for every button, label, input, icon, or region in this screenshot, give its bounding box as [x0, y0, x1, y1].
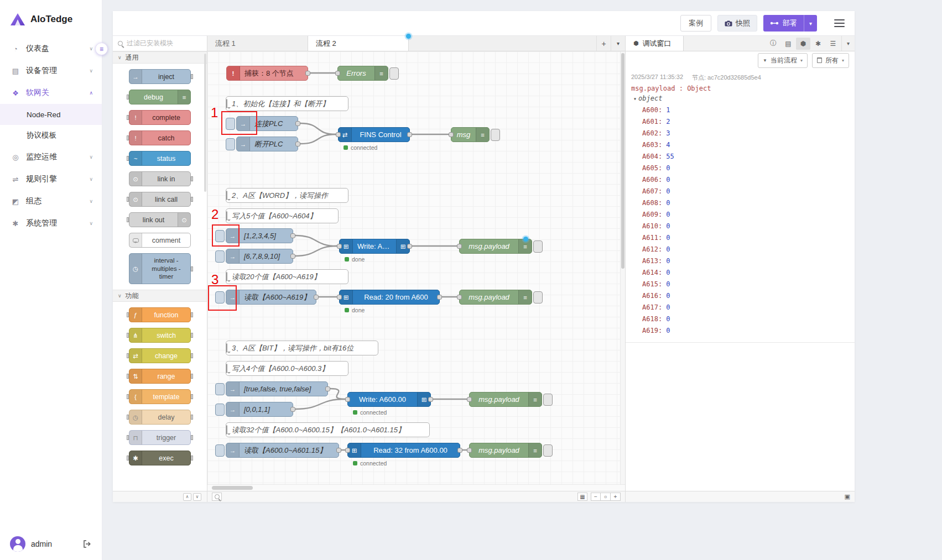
object-entry-row[interactable]: A607: 0	[626, 186, 855, 197]
logout-icon[interactable]	[83, 540, 92, 548]
sidebar-item-system[interactable]: ✱系统管理∨	[0, 212, 102, 234]
comment-node[interactable]: 写入4个值【A600.0~A600.3】	[226, 361, 348, 376]
object-entry-row[interactable]: A605: 0	[626, 163, 855, 174]
config-icon[interactable]: ✱	[811, 38, 825, 50]
input-port[interactable]	[449, 132, 454, 137]
input-port[interactable]	[467, 448, 472, 453]
palette-expand-all-icon[interactable]: ∨	[193, 493, 201, 501]
sidebar-item-rules[interactable]: ⇌规则引擎∨	[0, 168, 102, 190]
palette-node-function[interactable]: ƒfunction	[129, 307, 191, 322]
debug-filter-button[interactable]: ▼ 当前流程 ▾	[758, 53, 808, 68]
comment-node[interactable]: 1、初始化【连接】和【断开】	[226, 96, 348, 111]
wire[interactable]	[300, 123, 336, 134]
zoom-out-button[interactable]: −	[591, 493, 601, 501]
debug-toggle-button[interactable]	[491, 129, 500, 141]
object-entry-row[interactable]: A616: 0	[626, 290, 855, 302]
inject-button[interactable]	[215, 250, 225, 263]
wire[interactable]	[295, 399, 345, 409]
output-port[interactable]	[295, 121, 300, 126]
comment-node[interactable]: 2、A区【WORD】，读写操作	[226, 188, 348, 203]
examples-button[interactable]: 案例	[680, 15, 711, 32]
output-port[interactable]	[314, 295, 319, 300]
object-entry-row[interactable]: A608: 0	[626, 197, 855, 209]
output-port[interactable]	[407, 132, 412, 137]
palette-node-change[interactable]: ⇄change	[129, 348, 191, 363]
palette-node-template[interactable]: {template	[129, 389, 191, 404]
object-entry-row[interactable]: A612: 0	[626, 244, 855, 255]
inject-button[interactable]	[226, 118, 235, 130]
inject-node[interactable]: →[6,7,8,9,10]	[226, 249, 293, 264]
object-entry-row[interactable]: A604: 55	[626, 151, 855, 163]
object-entry-row[interactable]: A611: 0	[626, 232, 855, 244]
flow-tab-2[interactable]: 流程 2	[308, 36, 409, 51]
palette-node-interval-multiples-timer[interactable]: ◷interval - multiples - timer	[129, 253, 191, 284]
object-entry-row[interactable]: A617: 0	[626, 302, 855, 313]
output-port[interactable]	[290, 233, 295, 238]
input-port[interactable]	[467, 397, 472, 402]
wire[interactable]	[295, 246, 337, 256]
inject-node[interactable]: →连接PLC	[236, 116, 298, 131]
output-port[interactable]	[437, 295, 442, 300]
palette-scrollbar[interactable]	[204, 51, 207, 491]
debug-tab[interactable]: ⬢ 调试窗口	[626, 36, 684, 51]
zoom-reset-button[interactable]: ○	[601, 493, 611, 501]
object-entry-row[interactable]: A610: 0	[626, 221, 855, 232]
proc-node[interactable]: ⊞Read: 20 from A600done	[339, 290, 440, 305]
canvas-vertical-scrollbar[interactable]	[620, 51, 625, 484]
debug-icon[interactable]: ⬢	[796, 38, 810, 50]
palette-search-input[interactable]: 过滤已安装模块	[113, 36, 207, 51]
inject-button[interactable]	[215, 404, 225, 416]
menu-icon[interactable]	[833, 17, 846, 30]
inject-button[interactable]	[226, 138, 235, 150]
inject-node[interactable]: →读取【A600~A619】	[226, 290, 316, 305]
output-port[interactable]	[336, 448, 341, 453]
input-port[interactable]	[345, 397, 350, 402]
output-port[interactable]	[290, 254, 295, 259]
object-entry-row[interactable]: A619: 0	[626, 325, 855, 337]
input-port[interactable]	[457, 244, 462, 249]
object-entry-row[interactable]: A600: 1	[626, 104, 855, 116]
input-port[interactable]	[337, 295, 342, 300]
zoom-in-button[interactable]: +	[611, 493, 621, 501]
catch-node[interactable]: !捕获：8 个节点	[226, 66, 308, 81]
sidebar-options-caret[interactable]: ▾	[841, 36, 855, 51]
palette-node-link-call[interactable]: ⊙link call	[129, 192, 191, 207]
comment-node[interactable]: 3、A区【BIT】，读写操作，bit有16位	[226, 341, 378, 355]
navigator-icon[interactable]: ▦	[577, 493, 587, 501]
debug-node[interactable]: msg.payload≡	[459, 290, 532, 305]
sidebar-item-devices[interactable]: ▤设备管理∨	[0, 60, 102, 82]
object-entry-row[interactable]: A602: 3	[626, 128, 855, 139]
input-port[interactable]	[345, 448, 350, 453]
palette-node-range[interactable]: ⇅range	[129, 369, 191, 384]
add-flow-button[interactable]: +	[596, 36, 611, 51]
object-entry-row[interactable]: A609: 0	[626, 209, 855, 221]
debug-node[interactable]: msg≡	[451, 127, 490, 142]
palette-node-status[interactable]: ~status	[129, 151, 191, 166]
debug-node[interactable]: msg.payload≡	[459, 239, 532, 254]
debug-toggle-button[interactable]	[533, 291, 543, 303]
wire[interactable]	[330, 389, 345, 399]
proc-node[interactable]: ⊞Write: A600⊞done	[339, 239, 410, 254]
inject-node[interactable]: →[0,0,1,1]	[226, 402, 293, 417]
sidebar-item-gateway[interactable]: ❖软网关∧	[0, 82, 102, 104]
inject-node[interactable]: →断开PLC	[236, 137, 298, 151]
object-entry-row[interactable]: A603: 4	[626, 139, 855, 151]
debug-node[interactable]: msg.payload≡	[469, 392, 542, 407]
wire[interactable]	[295, 235, 337, 246]
palette-node-link-out[interactable]: link out⊙	[129, 212, 191, 227]
object-entry-row[interactable]: A606: 0	[626, 174, 855, 186]
inject-node[interactable]: →[1,2,3,4,5]	[226, 228, 293, 243]
debug-toggle-button[interactable]	[533, 240, 543, 253]
palette-section-header[interactable]: ∨功能	[113, 290, 207, 302]
output-port[interactable]	[325, 386, 330, 391]
open-window-icon[interactable]: ▣	[845, 493, 850, 500]
output-port[interactable]	[457, 448, 462, 453]
debug-toggle-button[interactable]	[389, 67, 399, 80]
debug-toggle-button[interactable]	[543, 394, 553, 406]
proc-node[interactable]: ⇄FINS Controlconnected	[338, 127, 410, 142]
inject-button[interactable]	[215, 230, 225, 242]
palette-collapse-all-icon[interactable]: ∧	[183, 493, 191, 501]
inject-button[interactable]	[215, 291, 225, 303]
input-port[interactable]	[457, 295, 462, 300]
palette-section-header[interactable]: ∨通用	[113, 51, 207, 64]
